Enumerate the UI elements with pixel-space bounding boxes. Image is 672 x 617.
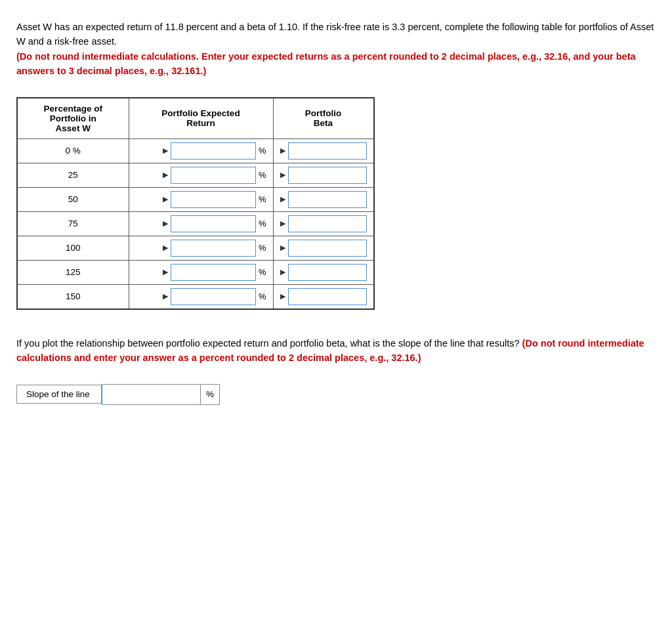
beta-arrow-1: ▶: [280, 171, 285, 179]
beta-cell-5: ▶: [273, 260, 374, 284]
return-input-wrap-1: ▶%: [136, 167, 266, 184]
beta-input-wrap-1: ▶: [280, 167, 367, 184]
return-pct-4: %: [259, 243, 266, 253]
return-input-2[interactable]: [171, 191, 256, 208]
table-row: 50▶%▶: [17, 187, 374, 211]
second-main-text: If you plot the relationship between por…: [16, 338, 520, 349]
beta-input-4[interactable]: [288, 240, 367, 257]
return-input-1[interactable]: [171, 167, 256, 184]
intro-main-text: Asset W has an expected return of 11.8 p…: [16, 22, 654, 47]
return-pct-6: %: [259, 291, 266, 301]
return-input-6[interactable]: [171, 288, 256, 305]
beta-input-wrap-5: ▶: [280, 264, 367, 281]
beta-input-5[interactable]: [288, 264, 367, 281]
beta-cell-4: ▶: [273, 236, 374, 260]
beta-cell-6: ▶: [273, 284, 374, 309]
return-cell-5: ▶%: [129, 260, 273, 284]
return-cell-1: ▶%: [129, 163, 273, 187]
col-return-header: Portfolio Expected Return: [129, 98, 273, 139]
percentage-cell-3: 75: [17, 211, 129, 236]
return-input-wrap-3: ▶%: [136, 215, 266, 232]
return-pct-5: %: [259, 267, 266, 277]
beta-input-wrap-3: ▶: [280, 215, 367, 232]
return-input-wrap-5: ▶%: [136, 264, 266, 281]
return-arrow-6: ▶: [163, 292, 168, 301]
slope-input[interactable]: [102, 385, 200, 404]
return-pct-2: %: [259, 194, 266, 204]
table-row: 25▶%▶: [17, 163, 374, 187]
return-input-wrap-2: ▶%: [136, 191, 266, 208]
return-arrow-0: ▶: [163, 146, 168, 155]
table-row: 75▶%▶: [17, 211, 374, 236]
beta-arrow-4: ▶: [280, 244, 285, 252]
table-row: 100▶%▶: [17, 236, 374, 260]
return-cell-0: ▶%: [129, 138, 273, 163]
slope-label: Slope of the line: [16, 385, 102, 404]
return-arrow-4: ▶: [163, 244, 168, 252]
table-container: Percentage of Portfolio in Asset W Portf…: [16, 97, 656, 310]
percentage-cell-6: 150: [17, 284, 129, 309]
intro-bold-instruction: (Do not round intermediate calculations.…: [16, 51, 636, 76]
return-input-3[interactable]: [171, 215, 256, 232]
return-cell-6: ▶%: [129, 284, 273, 309]
return-input-0[interactable]: [171, 142, 256, 160]
table-row: 125▶%▶: [17, 260, 374, 284]
slope-pct-symbol: %: [200, 385, 219, 404]
return-input-4[interactable]: [171, 240, 256, 257]
percentage-cell-1: 25: [17, 163, 129, 187]
return-input-5[interactable]: [171, 264, 256, 281]
slope-input-wrap: %: [102, 384, 220, 405]
return-pct-1: %: [259, 170, 266, 180]
beta-input-3[interactable]: [288, 215, 367, 232]
second-paragraph: If you plot the relationship between por…: [16, 336, 656, 366]
return-input-wrap-6: ▶%: [136, 288, 266, 305]
portfolio-table: Percentage of Portfolio in Asset W Portf…: [16, 97, 375, 310]
beta-input-2[interactable]: [288, 191, 367, 208]
beta-input-6[interactable]: [288, 288, 367, 305]
return-cell-3: ▶%: [129, 211, 273, 236]
return-input-wrap-4: ▶%: [136, 240, 266, 257]
return-cell-2: ▶%: [129, 187, 273, 211]
beta-arrow-2: ▶: [280, 195, 285, 203]
return-input-wrap-0: ▶%: [136, 142, 266, 160]
percentage-cell-5: 125: [17, 260, 129, 284]
beta-input-wrap-2: ▶: [280, 191, 367, 208]
table-row: 0 %▶%▶: [17, 138, 374, 163]
beta-arrow-5: ▶: [280, 268, 285, 276]
slope-row: Slope of the line %: [16, 384, 656, 405]
table-row: 150▶%▶: [17, 284, 374, 309]
beta-arrow-6: ▶: [280, 292, 285, 301]
percentage-cell-2: 50: [17, 187, 129, 211]
beta-cell-1: ▶: [273, 163, 374, 187]
beta-input-wrap-0: ▶: [280, 142, 367, 160]
intro-paragraph: Asset W has an expected return of 11.8 p…: [16, 20, 656, 79]
beta-arrow-3: ▶: [280, 219, 285, 228]
col-percentage-header: Percentage of Portfolio in Asset W: [17, 98, 129, 139]
return-cell-4: ▶%: [129, 236, 273, 260]
beta-arrow-0: ▶: [280, 146, 285, 155]
beta-input-1[interactable]: [288, 167, 367, 184]
return-arrow-1: ▶: [163, 171, 168, 179]
return-arrow-5: ▶: [163, 268, 168, 276]
return-arrow-2: ▶: [163, 195, 168, 203]
return-arrow-3: ▶: [163, 219, 168, 228]
percentage-cell-4: 100: [17, 236, 129, 260]
beta-input-wrap-4: ▶: [280, 240, 367, 257]
beta-input-0[interactable]: [288, 142, 367, 160]
beta-cell-2: ▶: [273, 187, 374, 211]
beta-cell-3: ▶: [273, 211, 374, 236]
beta-input-wrap-6: ▶: [280, 288, 367, 305]
return-pct-0: %: [259, 146, 266, 156]
beta-cell-0: ▶: [273, 138, 374, 163]
return-pct-3: %: [259, 219, 266, 228]
percentage-cell-0: 0 %: [17, 138, 129, 163]
col-beta-header: Portfolio Beta: [273, 98, 374, 139]
page-container: Asset W has an expected return of 11.8 p…: [16, 20, 656, 405]
